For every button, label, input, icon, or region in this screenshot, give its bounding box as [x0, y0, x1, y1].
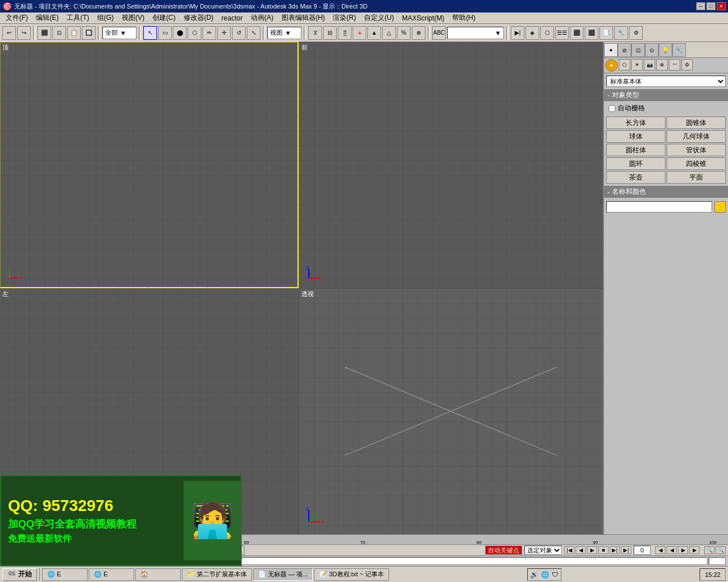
zoom-in-button[interactable]: 🔍 [704, 546, 714, 554]
select-filter-dropdown[interactable]: 选定对象 [524, 546, 562, 555]
cameras-icon[interactable]: 📷 [644, 59, 655, 70]
taskbar-untitled[interactable]: 📄 无标题 — 项... [253, 568, 313, 581]
plane-button[interactable]: 平面 [667, 171, 726, 184]
snap-2-5d[interactable]: ▲ [367, 26, 381, 40]
teapot-button[interactable]: 茶壶 [606, 171, 665, 184]
go-start-button[interactable]: |◀ [564, 546, 574, 554]
spinner-snap[interactable]: ⊕ [412, 26, 425, 40]
mirror-tool[interactable]: ⧖ [308, 26, 322, 40]
motion-tab[interactable]: ⊙ [645, 43, 659, 57]
view-dropdown[interactable]: 视图 ▼ [267, 27, 301, 39]
redo-button[interactable]: ↪ [17, 26, 31, 40]
spacewarps-icon[interactable]: 〰 [669, 59, 680, 70]
geometry-icon[interactable]: ● [605, 59, 618, 72]
display-tab[interactable]: 💡 [659, 43, 672, 57]
object-name-input[interactable] [606, 201, 712, 213]
align-tool[interactable]: ⊟ [323, 26, 337, 40]
circle-select[interactable]: ⬤ [173, 26, 187, 40]
object-type-header[interactable]: - 对象类型 [604, 89, 728, 101]
fence-select[interactable]: ⬡ [188, 26, 201, 40]
render-type-button[interactable]: ⬛ [585, 26, 598, 40]
torus-button[interactable]: 圆环 [606, 157, 665, 170]
extra-btn2[interactable]: ⚙ [629, 26, 643, 40]
move-tool[interactable]: ✛ [217, 26, 231, 40]
taskbar-ie2[interactable]: 🌐 E [89, 568, 134, 581]
go-end-button[interactable]: ▶| [621, 546, 631, 554]
menu-group[interactable]: 组(G) [94, 13, 117, 23]
menu-reactor[interactable]: reactor [218, 14, 246, 23]
menu-maxscript[interactable]: MAXScript(M) [399, 14, 448, 23]
stop-button[interactable]: ■ [598, 546, 609, 554]
lasso-select[interactable]: ✏ [202, 26, 216, 40]
maximize-button[interactable]: □ [706, 2, 715, 10]
color-swatch[interactable] [714, 201, 726, 213]
minimize-button[interactable]: ─ [696, 2, 705, 10]
menu-tools[interactable]: 工具(T) [63, 13, 92, 23]
menu-render[interactable]: 渲染(R) [329, 13, 359, 23]
geosphere-button[interactable]: 几何球体 [667, 130, 726, 143]
angle-snap[interactable]: △ [382, 26, 396, 40]
select-object-button[interactable]: ⬛ [38, 26, 51, 40]
close-button[interactable]: ✕ [717, 2, 726, 10]
select-by-color-button[interactable]: 🔲 [82, 26, 96, 40]
viewport-perspective[interactable]: 透视 X Z Y [299, 289, 603, 534]
systems-icon[interactable]: ⚙ [681, 59, 693, 70]
schematic-view-button[interactable]: ◈ [526, 26, 539, 40]
menu-edit[interactable]: 编辑(E) [32, 13, 62, 23]
box-button[interactable]: 长方体 [606, 117, 665, 129]
taskbar-3dsmax-proj[interactable]: 📁 第二节扩展基本体 [182, 568, 252, 581]
object-category-dropdown[interactable]: 标准基本体 [606, 76, 726, 87]
taskbar-folder[interactable]: 🏠 [135, 568, 181, 581]
menu-animation[interactable]: 动画(A) [247, 13, 277, 23]
filter-dropdown[interactable]: 全部 ▼ [102, 27, 136, 39]
menu-file[interactable]: 文件(F) [2, 13, 31, 23]
rectangular-select[interactable]: ▭ [158, 26, 172, 40]
lights-icon[interactable]: ☀ [631, 59, 643, 70]
menu-create[interactable]: 创建(C) [149, 13, 179, 23]
start-button[interactable]: 🏁 开始 [2, 568, 37, 581]
mini-btn2[interactable]: ◀ [667, 546, 677, 554]
utilities-tab[interactable]: 🔧 [672, 43, 686, 57]
percent-snap[interactable]: % [397, 26, 411, 40]
scale-tool[interactable]: ⤡ [247, 26, 260, 40]
autogrid-checkbox[interactable] [609, 105, 615, 112]
snap-3d[interactable]: 🔺 [353, 26, 366, 40]
hierarchy-tab[interactable]: ⊡ [631, 43, 645, 57]
mini-btn4[interactable]: ▶ [689, 546, 700, 554]
frame-input[interactable] [634, 546, 651, 555]
cylinder-button[interactable]: 圆柱体 [606, 144, 665, 156]
time-end-input[interactable]: 100 [709, 557, 726, 565]
select-by-name-button[interactable]: 📋 [67, 26, 81, 40]
layer-manager-button[interactable]: 📑 [599, 26, 613, 40]
menu-help[interactable]: 帮助(H) [449, 13, 479, 23]
zoom-out-button[interactable]: 🔍 [715, 546, 726, 554]
text-label[interactable]: ABC [432, 26, 446, 40]
taskbar-ie1[interactable]: 🌐 E [42, 568, 88, 581]
taskbar-notepad[interactable]: 📝 3D教程.txt ~ 记事本 [314, 568, 388, 581]
create-tab[interactable]: ✦ [604, 43, 618, 57]
tube-button[interactable]: 管状体 [667, 144, 726, 156]
menu-graph-editor[interactable]: 图表编辑器(H) [278, 13, 329, 23]
select-tool[interactable]: ↖ [143, 26, 157, 40]
track-view-button[interactable]: ▶| [511, 26, 524, 40]
helpers-icon[interactable]: ⊕ [656, 59, 668, 70]
render-scene-button[interactable]: ☰☰ [555, 26, 569, 40]
rotate-tool[interactable]: ↺ [232, 26, 246, 40]
select-region-button[interactable]: ⊡ [52, 26, 66, 40]
prev-frame-button[interactable]: ◀ [576, 546, 586, 554]
menu-view[interactable]: 视图(V) [118, 13, 148, 23]
quick-render-button[interactable]: ⬛ [570, 26, 584, 40]
auto-key-button[interactable]: 自动关键点 [485, 546, 522, 555]
menu-customize[interactable]: 自定义(U) [361, 13, 398, 23]
next-frame-button[interactable]: ▶| [610, 546, 620, 554]
sphere-button[interactable]: 球体 [606, 130, 665, 143]
material-editor-button[interactable]: ⬡ [540, 26, 554, 40]
undo-button[interactable]: ↩ [2, 26, 16, 40]
mini-btn3[interactable]: ▶ [678, 546, 688, 554]
cone-button[interactable]: 圆锥体 [667, 117, 726, 129]
shapes-icon[interactable]: ⬠ [619, 59, 630, 70]
viewport-front[interactable]: 前 X Z [299, 42, 603, 288]
mini-btn1[interactable]: ◀ [655, 546, 665, 554]
modify-tab[interactable]: ⊘ [618, 43, 631, 57]
named-selection-dropdown[interactable]: ▼ [447, 27, 504, 39]
